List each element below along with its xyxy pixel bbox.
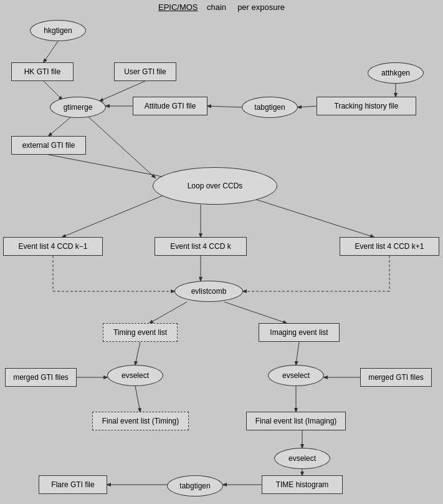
title-part1: EPIC/MOS (158, 2, 198, 12)
evselect-bottom-node: evselect (274, 448, 330, 469)
loop-ccds-node: Loop over CCDs (153, 167, 277, 205)
title-part2: chain (207, 2, 226, 12)
attitude-gti-node: Attitude GTI file (133, 97, 207, 115)
svg-line-9 (78, 107, 155, 178)
atthkgen-node: atthkgen (368, 62, 424, 84)
flare-gti-node: Flare GTI file (39, 475, 107, 494)
merged-gti-right-node: merged GTI files (360, 368, 432, 387)
svg-line-1 (44, 81, 62, 100)
tabgtigen-bottom-node: tabgtigen (167, 475, 223, 497)
time-histogram-node: TIME histogram (262, 475, 343, 494)
external-gti-node: external GTI file (11, 136, 86, 155)
svg-line-4 (298, 106, 317, 107)
tracking-history-node: Tracking history file (317, 97, 416, 115)
merged-gti-left-node: merged GTI files (5, 368, 77, 387)
evlistcomb-node: evlistcomb (174, 281, 243, 302)
svg-line-18 (150, 302, 187, 323)
final-timing-node: Final event list (Timing) (92, 412, 189, 430)
diagram: EPIC/MOS chain per exposure (0, 0, 443, 504)
timing-event-node: Timing event list (103, 323, 178, 342)
event-k-minus1-node: Event list 4 CCD k−1 (3, 237, 103, 256)
final-imaging-node: Final event list (Imaging) (246, 412, 346, 430)
svg-line-12 (237, 193, 374, 237)
svg-line-21 (296, 342, 299, 365)
svg-line-8 (49, 155, 168, 178)
hkgtigen-node: hkgtigen (30, 20, 86, 41)
imaging-event-node: Imaging event list (259, 323, 340, 342)
svg-line-0 (44, 41, 58, 62)
tabgtigen-node: tabgtigen (242, 97, 298, 118)
svg-line-24 (135, 386, 140, 412)
title-area: EPIC/MOS chain per exposure (0, 2, 443, 12)
hk-gti-file-node: HK GTI file (11, 62, 74, 81)
svg-line-5 (207, 106, 242, 107)
event-k-plus1-node: Event list 4 CCD k+1 (340, 237, 439, 256)
user-gti-file-node: User GTI file (114, 62, 176, 81)
gtimerge-node: gtimerge (50, 97, 106, 118)
svg-line-20 (135, 342, 140, 365)
evselect-timing-node: evselect (107, 365, 163, 386)
title-part3: per exposure (237, 2, 285, 12)
svg-line-19 (224, 302, 287, 323)
event-k-node: Event list 4 CCD k (155, 237, 247, 256)
evselect-imaging-node: evselect (268, 365, 324, 386)
svg-line-10 (62, 193, 168, 237)
